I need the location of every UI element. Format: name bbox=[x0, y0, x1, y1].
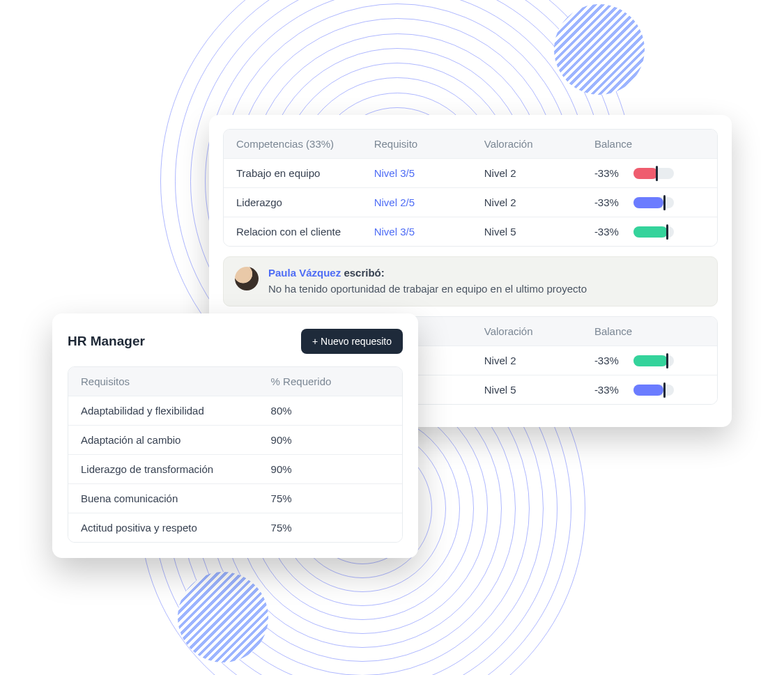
table-row: Trabajo en equipo Nivel 3/5 Nivel 2 -33% bbox=[224, 158, 717, 187]
balance-pill bbox=[633, 168, 674, 179]
table-row: Liderazgo de transformación 90% bbox=[68, 454, 402, 483]
hr-header: HR Manager + Nuevo requesito bbox=[68, 329, 403, 354]
valoracion-value: Nivel 2 bbox=[484, 167, 594, 179]
balance-marker bbox=[656, 166, 658, 181]
balance-value: -33% bbox=[594, 226, 627, 238]
competency-name: Trabajo en equipo bbox=[236, 167, 374, 179]
col-requisito: Requisito bbox=[374, 138, 484, 150]
balance-value: -33% bbox=[594, 355, 627, 366]
requisito-name: Liderazgo de transformación bbox=[81, 463, 271, 475]
col-balance: Balance bbox=[594, 138, 705, 150]
decorative-stripe-circle bbox=[554, 4, 645, 95]
requisito-pct: 90% bbox=[271, 463, 390, 475]
competency-name: Liderazgo bbox=[236, 196, 374, 208]
comment-body: Paula Vázquez escribó: No ha tenido opor… bbox=[268, 267, 587, 295]
balance-pill bbox=[633, 355, 674, 366]
requisito-pct: 75% bbox=[271, 492, 390, 504]
avatar bbox=[235, 267, 259, 290]
valoracion-value: Nivel 2 bbox=[484, 355, 594, 366]
competencies-table: Competencias (33%) Requisito Valoración … bbox=[223, 129, 718, 247]
col-valoracion: Valoración bbox=[484, 325, 594, 337]
col-requerido: % Requerido bbox=[271, 375, 390, 387]
comment-wrote-label: escribó: bbox=[344, 267, 384, 279]
comment-author: Paula Vázquez bbox=[268, 267, 341, 279]
requisito-name: Adaptabilidad y flexibilidad bbox=[81, 405, 271, 417]
comment-block: Paula Vázquez escribó: No ha tenido opor… bbox=[223, 256, 718, 307]
balance-marker bbox=[663, 382, 666, 398]
table-header-row: Requisitos % Requerido bbox=[68, 367, 402, 396]
balance-fill bbox=[633, 226, 668, 238]
requisito-name: Buena comunicación bbox=[81, 492, 271, 504]
hr-manager-card: HR Manager + Nuevo requesito Requisitos … bbox=[52, 313, 418, 558]
new-requisito-button[interactable]: + Nuevo requesito bbox=[301, 329, 403, 354]
balance-pill bbox=[633, 226, 674, 238]
col-balance: Balance bbox=[594, 325, 705, 337]
hr-requisitos-table: Requisitos % Requerido Adaptabilidad y f… bbox=[68, 366, 403, 543]
decorative-stripe-circle bbox=[178, 572, 268, 662]
requisito-pct: 90% bbox=[271, 434, 390, 446]
col-competencias: Competencias (33%) bbox=[236, 138, 374, 150]
balance-cell: -33% bbox=[594, 196, 705, 208]
valoracion-value: Nivel 5 bbox=[484, 384, 594, 396]
requisito-pct: 80% bbox=[271, 405, 390, 417]
col-requisitos: Requisitos bbox=[81, 375, 271, 387]
balance-cell: -33% bbox=[594, 384, 705, 396]
table-row: Liderazgo Nivel 2/5 Nivel 2 -33% bbox=[224, 187, 717, 217]
requisito-name: Actitud positiva y respeto bbox=[81, 522, 271, 534]
balance-marker bbox=[666, 224, 668, 240]
balance-fill bbox=[633, 197, 664, 208]
balance-pill bbox=[633, 197, 674, 208]
table-row: Relacion con el cliente Nivel 3/5 Nivel … bbox=[224, 217, 717, 246]
table-row: Buena comunicación 75% bbox=[68, 483, 402, 513]
balance-value: -33% bbox=[594, 196, 627, 208]
requisito-pct: 75% bbox=[271, 522, 390, 534]
requisito-link[interactable]: Nivel 2/5 bbox=[374, 196, 484, 208]
valoracion-value: Nivel 5 bbox=[484, 226, 594, 238]
table-row: Adaptación al cambio 90% bbox=[68, 425, 402, 454]
balance-fill bbox=[633, 385, 664, 396]
table-row: Actitud positiva y respeto 75% bbox=[68, 513, 402, 542]
valoracion-value: Nivel 2 bbox=[484, 196, 594, 208]
balance-value: -33% bbox=[594, 384, 627, 396]
hr-title: HR Manager bbox=[68, 334, 145, 349]
requisito-name: Adaptación al cambio bbox=[81, 434, 271, 446]
balance-fill bbox=[633, 355, 668, 366]
balance-cell: -33% bbox=[594, 167, 705, 179]
balance-pill bbox=[633, 385, 674, 396]
balance-cell: -33% bbox=[594, 355, 705, 366]
comment-text: No ha tenido oportunidad de trabajar en … bbox=[268, 283, 587, 295]
balance-marker bbox=[666, 353, 668, 368]
balance-cell: -33% bbox=[594, 226, 705, 238]
balance-marker bbox=[663, 195, 666, 210]
competency-name: Relacion con el cliente bbox=[236, 226, 374, 238]
table-header-row: Competencias (33%) Requisito Valoración … bbox=[224, 130, 717, 158]
balance-fill bbox=[633, 168, 658, 179]
col-valoracion: Valoración bbox=[484, 138, 594, 150]
requisito-link[interactable]: Nivel 3/5 bbox=[374, 167, 484, 179]
table-row: Adaptabilidad y flexibilidad 80% bbox=[68, 396, 402, 425]
balance-value: -33% bbox=[594, 167, 627, 179]
requisito-link[interactable]: Nivel 3/5 bbox=[374, 226, 484, 238]
